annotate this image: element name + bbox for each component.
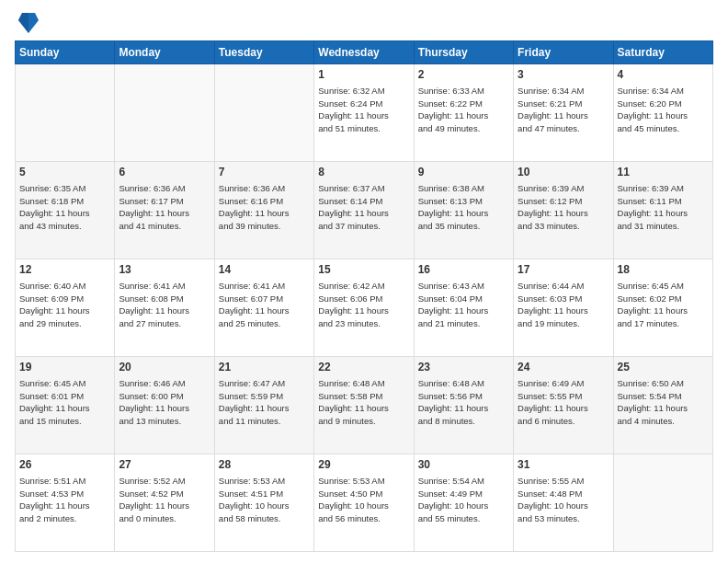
day-info: Sunrise: 6:48 AMSunset: 5:56 PMDaylight:…: [418, 377, 509, 428]
calendar-cell: 24Sunrise: 6:49 AMSunset: 5:55 PMDayligh…: [514, 357, 613, 454]
day-number: 7: [219, 165, 310, 180]
day-number: 22: [318, 360, 409, 375]
day-info: Sunrise: 6:39 AMSunset: 6:11 PMDaylight:…: [618, 182, 709, 233]
day-number: 14: [219, 262, 310, 278]
day-number: 23: [418, 360, 509, 375]
day-number: 25: [618, 360, 709, 375]
weekday-header-monday: Monday: [115, 41, 214, 64]
svg-marker-1: [18, 13, 28, 33]
calendar-cell: 7Sunrise: 6:36 AMSunset: 6:16 PMDaylight…: [214, 162, 313, 259]
day-info: Sunrise: 6:36 AMSunset: 6:17 PMDaylight:…: [119, 182, 210, 233]
day-number: 6: [119, 165, 210, 180]
day-number: 9: [418, 165, 509, 180]
header: [15, 11, 713, 33]
calendar-cell: 22Sunrise: 6:48 AMSunset: 5:58 PMDayligh…: [314, 357, 414, 454]
calendar-cell: 20Sunrise: 6:46 AMSunset: 6:00 PMDayligh…: [115, 357, 214, 454]
logo: [15, 11, 39, 33]
day-info: Sunrise: 6:43 AMSunset: 6:04 PMDaylight:…: [418, 280, 509, 330]
weekday-header-friday: Friday: [514, 41, 613, 64]
day-number: 5: [19, 165, 110, 180]
week-row-2: 12Sunrise: 6:40 AMSunset: 6:09 PMDayligh…: [16, 259, 713, 357]
day-info: Sunrise: 6:34 AMSunset: 6:21 PMDaylight:…: [518, 85, 609, 135]
calendar-cell: 4Sunrise: 6:34 AMSunset: 6:20 PMDaylight…: [613, 64, 712, 162]
day-info: Sunrise: 6:44 AMSunset: 6:03 PMDaylight:…: [518, 280, 609, 330]
day-info: Sunrise: 6:42 AMSunset: 6:06 PMDaylight:…: [318, 280, 409, 330]
calendar-cell: 12Sunrise: 6:40 AMSunset: 6:09 PMDayligh…: [16, 259, 115, 357]
day-number: 30: [418, 457, 509, 473]
calendar-cell: [214, 64, 313, 162]
day-info: Sunrise: 6:33 AMSunset: 6:22 PMDaylight:…: [418, 85, 509, 135]
day-info: Sunrise: 6:50 AMSunset: 5:54 PMDaylight:…: [618, 377, 709, 428]
calendar-cell: 1Sunrise: 6:32 AMSunset: 6:24 PMDaylight…: [314, 64, 414, 162]
calendar-cell: 18Sunrise: 6:45 AMSunset: 6:02 PMDayligh…: [613, 259, 712, 357]
calendar-cell: 2Sunrise: 6:33 AMSunset: 6:22 PMDaylight…: [414, 64, 513, 162]
day-info: Sunrise: 5:54 AMSunset: 4:49 PMDaylight:…: [418, 475, 509, 525]
day-info: Sunrise: 6:34 AMSunset: 6:20 PMDaylight:…: [618, 85, 709, 135]
calendar-cell: 30Sunrise: 5:54 AMSunset: 4:49 PMDayligh…: [414, 454, 513, 552]
calendar-cell: 10Sunrise: 6:39 AMSunset: 6:12 PMDayligh…: [514, 162, 613, 259]
day-number: 8: [318, 165, 409, 180]
calendar-cell: 21Sunrise: 6:47 AMSunset: 5:59 PMDayligh…: [214, 357, 313, 454]
day-number: 17: [518, 262, 609, 278]
day-info: Sunrise: 6:46 AMSunset: 6:00 PMDaylight:…: [119, 377, 210, 428]
day-number: 29: [318, 457, 409, 473]
weekday-header-wednesday: Wednesday: [314, 41, 414, 64]
calendar-cell: [115, 64, 214, 162]
day-number: 31: [518, 457, 609, 473]
calendar-cell: 17Sunrise: 6:44 AMSunset: 6:03 PMDayligh…: [514, 259, 613, 357]
day-info: Sunrise: 6:48 AMSunset: 5:58 PMDaylight:…: [318, 377, 409, 428]
day-info: Sunrise: 6:37 AMSunset: 6:14 PMDaylight:…: [318, 182, 409, 233]
calendar-cell: 28Sunrise: 5:53 AMSunset: 4:51 PMDayligh…: [214, 454, 313, 552]
calendar-cell: 3Sunrise: 6:34 AMSunset: 6:21 PMDaylight…: [514, 64, 613, 162]
day-info: Sunrise: 6:32 AMSunset: 6:24 PMDaylight:…: [318, 85, 409, 135]
day-number: 12: [19, 262, 110, 278]
day-info: Sunrise: 5:53 AMSunset: 4:51 PMDaylight:…: [219, 475, 310, 525]
calendar-cell: 31Sunrise: 5:55 AMSunset: 4:48 PMDayligh…: [514, 454, 613, 552]
day-info: Sunrise: 6:40 AMSunset: 6:09 PMDaylight:…: [19, 280, 110, 330]
calendar-cell: 8Sunrise: 6:37 AMSunset: 6:14 PMDaylight…: [314, 162, 414, 259]
calendar-cell: 16Sunrise: 6:43 AMSunset: 6:04 PMDayligh…: [414, 259, 513, 357]
day-number: 13: [119, 262, 210, 278]
day-number: 11: [618, 165, 709, 180]
day-number: 16: [418, 262, 509, 278]
day-number: 21: [219, 360, 310, 375]
weekday-header-thursday: Thursday: [414, 41, 513, 64]
day-info: Sunrise: 5:55 AMSunset: 4:48 PMDaylight:…: [518, 475, 609, 525]
calendar-cell: 13Sunrise: 6:41 AMSunset: 6:08 PMDayligh…: [115, 259, 214, 357]
day-number: 20: [119, 360, 210, 375]
week-row-0: 1Sunrise: 6:32 AMSunset: 6:24 PMDaylight…: [16, 64, 713, 162]
calendar-cell: 11Sunrise: 6:39 AMSunset: 6:11 PMDayligh…: [613, 162, 712, 259]
weekday-header-sunday: Sunday: [16, 41, 115, 64]
day-number: 18: [618, 262, 709, 278]
calendar-cell: 23Sunrise: 6:48 AMSunset: 5:56 PMDayligh…: [414, 357, 513, 454]
day-number: 4: [618, 67, 709, 83]
day-info: Sunrise: 5:51 AMSunset: 4:53 PMDaylight:…: [19, 475, 110, 525]
day-number: 1: [318, 67, 409, 83]
logo-icon: [18, 7, 39, 33]
day-number: 19: [19, 360, 110, 375]
day-number: 3: [518, 67, 609, 83]
weekday-header-saturday: Saturday: [613, 41, 712, 64]
day-number: 28: [219, 457, 310, 473]
day-info: Sunrise: 6:36 AMSunset: 6:16 PMDaylight:…: [219, 182, 310, 233]
day-info: Sunrise: 6:39 AMSunset: 6:12 PMDaylight:…: [518, 182, 609, 233]
calendar-cell: 15Sunrise: 6:42 AMSunset: 6:06 PMDayligh…: [314, 259, 414, 357]
day-number: 27: [119, 457, 210, 473]
day-number: 24: [518, 360, 609, 375]
week-row-3: 19Sunrise: 6:45 AMSunset: 6:01 PMDayligh…: [16, 357, 713, 454]
week-row-4: 26Sunrise: 5:51 AMSunset: 4:53 PMDayligh…: [16, 454, 713, 552]
calendar-cell: 27Sunrise: 5:52 AMSunset: 4:52 PMDayligh…: [115, 454, 214, 552]
day-info: Sunrise: 6:45 AMSunset: 6:01 PMDaylight:…: [19, 377, 110, 428]
day-number: 2: [418, 67, 509, 83]
calendar-cell: 26Sunrise: 5:51 AMSunset: 4:53 PMDayligh…: [16, 454, 115, 552]
calendar-cell: 25Sunrise: 6:50 AMSunset: 5:54 PMDayligh…: [613, 357, 712, 454]
calendar-page: SundayMondayTuesdayWednesdayThursdayFrid…: [0, 0, 728, 563]
calendar-cell: 5Sunrise: 6:35 AMSunset: 6:18 PMDaylight…: [16, 162, 115, 259]
calendar-cell: 19Sunrise: 6:45 AMSunset: 6:01 PMDayligh…: [16, 357, 115, 454]
day-info: Sunrise: 6:38 AMSunset: 6:13 PMDaylight:…: [418, 182, 509, 233]
day-number: 26: [19, 457, 110, 473]
day-info: Sunrise: 6:35 AMSunset: 6:18 PMDaylight:…: [19, 182, 110, 233]
calendar-cell: [16, 64, 115, 162]
week-row-1: 5Sunrise: 6:35 AMSunset: 6:18 PMDaylight…: [16, 162, 713, 259]
calendar-cell: [613, 454, 712, 552]
